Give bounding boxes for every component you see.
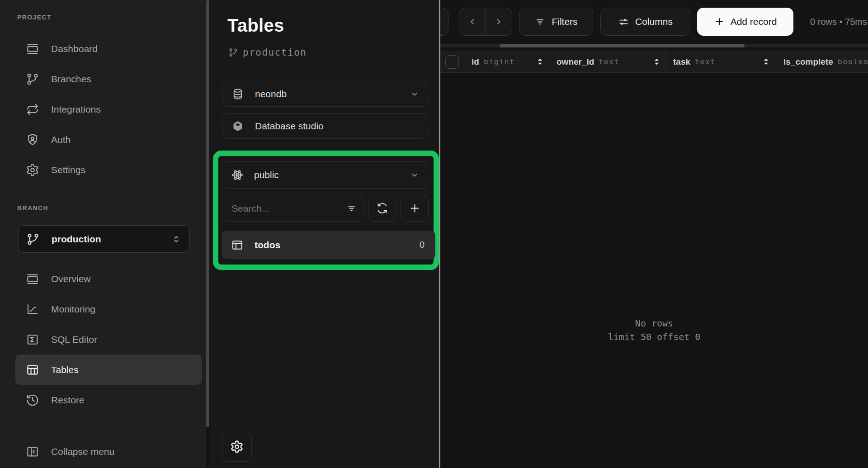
sidebar-item-label: SQL Editor <box>51 334 97 345</box>
column-name: id <box>472 57 479 67</box>
project-section-label: PROJECT <box>17 14 52 21</box>
sidebar-item-label: Overview <box>51 274 91 284</box>
pagination-control <box>459 8 512 36</box>
chevron-down-icon <box>409 88 420 100</box>
panel-collapse-icon <box>26 445 39 459</box>
table-name: todos <box>255 240 409 251</box>
branch-selector[interactable]: production <box>18 225 190 253</box>
add-record-button[interactable]: Add record <box>697 8 793 36</box>
sidebar-item-label: Tables <box>51 364 79 375</box>
collapse-menu-label: Collapse menu <box>51 446 114 457</box>
sort-icon[interactable] <box>654 58 660 65</box>
cut-off-button[interactable] <box>440 8 448 36</box>
sort-icon[interactable] <box>537 58 543 65</box>
sliders-icon <box>618 16 629 28</box>
table-list-item-todos[interactable]: todos 0 <box>222 231 435 259</box>
git-branch-icon <box>228 47 238 57</box>
plus-icon <box>409 202 421 214</box>
sidebar-item-overview[interactable]: Overview <box>0 264 204 294</box>
table-search-row <box>222 195 430 222</box>
database-selector[interactable]: neondb <box>222 81 428 107</box>
empty-state-line2: limit 50 offset 0 <box>440 330 868 344</box>
branch-section-label: BRANCH <box>17 204 48 212</box>
schema-selector-value: public <box>254 170 399 180</box>
column-type: bigint <box>484 57 515 66</box>
column-header-task[interactable]: task text <box>666 51 775 72</box>
filter-icon <box>534 16 546 28</box>
chart-icon <box>26 303 39 316</box>
sidebar-item-label: Dashboard <box>51 43 98 54</box>
tables-panel: Tables production neondb Database studio <box>210 0 439 468</box>
panel-resize-handle[interactable] <box>439 0 440 468</box>
sidebar-item-sql-editor[interactable]: SQL Editor <box>0 324 204 355</box>
grid-body: No rows limit 50 offset 0 <box>440 73 868 468</box>
sidebar-item-auth[interactable]: Auth <box>0 124 204 155</box>
sidebar-item-label: Auth <box>51 134 71 145</box>
column-type: text <box>599 57 619 66</box>
sidebar-item-monitoring[interactable]: Monitoring <box>0 294 204 324</box>
sidebar-item-dashboard[interactable]: Dashboard <box>0 33 204 64</box>
scrollbar-thumb[interactable] <box>500 44 745 47</box>
history-icon <box>26 393 39 407</box>
data-grid-panel: Filters Columns Add record 0 rows • 75ms <box>440 0 868 468</box>
sort-icon[interactable] <box>763 58 769 65</box>
highlight-box: public <box>213 151 439 270</box>
table-icon <box>231 239 244 251</box>
empty-state: No rows limit 50 offset 0 <box>440 317 868 344</box>
grid-header-row: id bigint owner_id text task text <box>440 51 868 73</box>
panel-settings-button[interactable] <box>222 432 252 462</box>
chevron-right-icon <box>494 17 504 27</box>
select-all-checkbox[interactable] <box>445 55 459 69</box>
sidebar-item-tables[interactable]: Tables <box>15 355 202 385</box>
sidebar-item-branches[interactable]: Branches <box>0 64 204 94</box>
app-window: PROJECT Dashboard Branches Integrations <box>0 0 868 468</box>
gear-icon <box>26 163 39 177</box>
project-nav: Dashboard Branches Integrations Auth <box>0 33 204 185</box>
filters-button[interactable]: Filters <box>519 8 593 36</box>
header-checkbox-cell <box>440 51 464 72</box>
columns-button[interactable]: Columns <box>600 8 690 36</box>
schema-selector[interactable]: public <box>222 161 428 189</box>
database-studio-button[interactable]: Database studio <box>222 113 428 139</box>
column-type: boolean <box>838 57 868 66</box>
sidebar-item-restore[interactable]: Restore <box>0 385 204 415</box>
column-name: owner_id <box>557 57 594 67</box>
refresh-button[interactable] <box>368 195 396 222</box>
sidebar-item-settings[interactable]: Settings <box>0 155 204 185</box>
next-page-button[interactable] <box>486 8 512 35</box>
cube-icon <box>231 120 244 132</box>
column-header-owner-id[interactable]: owner_id text <box>549 51 666 72</box>
dashboard-icon <box>26 42 39 56</box>
panel-branch: production <box>228 47 307 58</box>
row-count-status: 0 rows • 75ms <box>810 8 867 36</box>
empty-state-line1: No rows <box>440 317 868 330</box>
column-header-is-complete[interactable]: is_complete boolean <box>775 51 868 72</box>
sidebar-scrollbar[interactable] <box>206 0 209 427</box>
filters-label: Filters <box>552 16 577 27</box>
sidebar-item-label: Branches <box>51 74 91 85</box>
prev-page-button[interactable] <box>459 8 486 35</box>
column-header-id[interactable]: id bigint <box>464 51 549 72</box>
sidebar-item-label: Restore <box>51 395 85 406</box>
branch-selector-value: production <box>52 234 159 245</box>
collapse-menu-button[interactable]: Collapse menu <box>0 437 206 467</box>
sidebar-divider <box>0 426 206 426</box>
column-name: is_complete <box>783 57 833 67</box>
filter-icon[interactable] <box>346 203 357 214</box>
horizontal-scrollbar[interactable] <box>440 44 868 47</box>
search-box <box>222 195 363 222</box>
git-branch-icon <box>26 72 39 86</box>
grid-toolbar: Filters Columns Add record 0 rows • 75ms <box>440 8 868 36</box>
chevron-down-icon <box>409 169 420 181</box>
sidebar-item-label: Monitoring <box>51 304 95 315</box>
search-input[interactable] <box>222 195 363 222</box>
panel-branch-name: production <box>243 47 307 58</box>
columns-label: Columns <box>635 16 673 27</box>
table-icon <box>26 363 39 377</box>
integrations-icon <box>26 103 39 116</box>
column-name: task <box>673 57 690 67</box>
add-record-label: Add record <box>731 16 777 27</box>
sidebar-item-integrations[interactable]: Integrations <box>0 94 204 124</box>
database-selector-value: neondb <box>255 89 398 99</box>
add-table-button[interactable] <box>401 195 429 222</box>
